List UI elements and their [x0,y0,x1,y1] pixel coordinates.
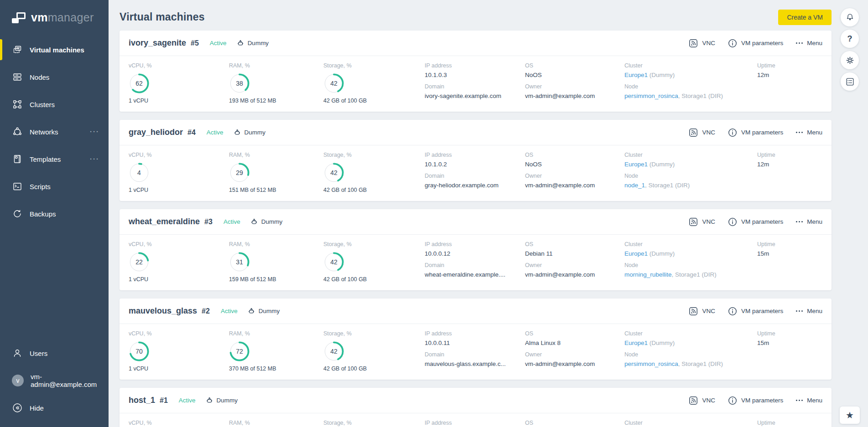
notifications-button[interactable] [841,8,859,26]
brand-text: vmmanager [31,11,94,24]
ip-domain-cell: IP address Domain [425,420,525,427]
storage-metric: Storage, % 42 42 GB of 100 GB [323,62,425,104]
networks-icon [12,126,23,137]
teapot-icon [250,218,258,226]
info-icon [728,307,737,316]
sidebar-item-networks[interactable]: Networks ··· [0,118,109,145]
teapot-icon [234,129,241,136]
sidebar: vmmanager Virtual machines Nodes Cluster… [0,0,109,427]
node-value: persimmon_rosinca, Storage1 (DIR) [624,360,757,367]
owner-value: vm-admin@example.com [525,182,624,189]
page-title: Virtual machines [120,11,205,23]
sidebar-item-templates[interactable]: Templates ··· [0,145,109,173]
sidebar-item-nodes[interactable]: Nodes [0,63,109,91]
more-options-icon[interactable]: ··· [90,157,99,161]
sidebar-item-users[interactable]: Users [0,340,109,367]
ellipsis-icon [796,132,803,133]
node-link[interactable]: node_1 [624,182,645,189]
sidebar-item-backups[interactable]: Backups [0,200,109,227]
vcpu-gauge: 4 [129,162,150,183]
cluster-link[interactable]: Europe1 [624,161,648,168]
cluster-node-cell: Cluster Europe1 (Dummy) Node persimmon_r… [624,62,757,104]
vm-name[interactable]: gray_heliodor [129,128,183,137]
vcpu-metric: vCPU, % 22 1 vCPU [129,241,229,283]
vnc-button[interactable]: VNC [689,396,715,405]
storage-gauge: 42 [323,73,344,94]
node-value: morning_rubellite, Storage1 (DIR) [624,271,757,278]
os-owner-cell: OS Debian 11 Owner vm-admin@example.com [525,241,624,283]
domain-value: mauvelous-glass.example.c... [425,360,525,367]
ram-gauge: 38 [229,73,250,94]
app-logo[interactable]: vmmanager [0,0,109,31]
os-owner-cell: OS NoOS Owner vm-admin@example.com [525,62,624,104]
sidebar-item-hide[interactable]: Hide [0,394,109,422]
help-button[interactable]: ? [841,30,859,48]
sidebar-item-account[interactable]: v vm-admin@example.com [0,367,109,394]
vm-id: #5 [191,39,199,47]
vnc-button[interactable]: VNC [689,217,715,226]
cluster-link[interactable]: Europe1 [624,72,648,78]
favorites-button[interactable]: ★ [840,406,860,424]
vm-parameters-button[interactable]: VM parameters [728,217,783,226]
question-icon: ? [847,34,852,44]
vmmanager-logo-icon [12,12,26,23]
vm-parameters-button[interactable]: VM parameters [728,307,783,316]
menu-button[interactable]: Menu [796,40,822,46]
vm-parameters-button[interactable]: VM parameters [728,39,783,48]
vm-name[interactable]: mauvelous_glass [129,306,197,316]
more-options-icon[interactable]: ··· [90,129,99,134]
sidebar-item-scripts[interactable]: Scripts [0,173,109,200]
vnc-button[interactable]: VNC [689,307,715,316]
create-vm-button[interactable]: Create a VM [778,10,832,25]
vm-status-badge: Active [210,40,227,46]
uptime-value: 15m [757,250,822,257]
menu-button[interactable]: Menu [796,218,822,225]
uptime-cell: Uptime [757,420,822,427]
sidebar-item-virtual-machines[interactable]: Virtual machines [0,36,109,63]
storage-gauge: 42 [323,162,344,183]
vnc-button[interactable]: VNC [689,128,715,137]
node-link[interactable]: persimmon_rosinca [624,93,678,99]
vcpu-gauge: 22 [129,252,150,273]
storage-metric: Storage, % 42 42 GB of 100 GB [323,330,425,372]
cluster-link[interactable]: Europe1 [624,250,648,257]
menu-button[interactable]: Menu [796,129,822,136]
user-avatar: v [12,375,24,386]
vm-name[interactable]: wheat_emeraldine [129,217,200,226]
ram-metric: RAM, % 72 370 MB of 512 MB [229,330,323,372]
vm-card: ivory_sagenite #5 Active Dummy VNC VM pa… [120,31,832,112]
vm-list: ivory_sagenite #5 Active Dummy VNC VM pa… [120,31,832,427]
vm-id: #4 [187,129,196,137]
vm-name[interactable]: ivory_sagenite [129,38,186,48]
vm-name[interactable]: host_1 [129,396,155,405]
sidebar-nav: Virtual machines Nodes Clusters Networks… [0,31,109,227]
owner-value: vm-admin@example.com [525,360,624,367]
node-link[interactable]: morning_rubellite [624,271,672,278]
node-value: node_1, Storage1 (DIR) [624,182,757,189]
sidebar-item-clusters[interactable]: Clusters [0,91,109,118]
vnc-button[interactable]: VNC [689,39,715,48]
node-link[interactable]: persimmon_rosinca [624,360,678,367]
menu-button[interactable]: Menu [796,397,822,404]
vm-card: wheat_emeraldine #3 Active Dummy VNC VM … [120,209,832,290]
gear-icon [845,56,855,65]
uptime-cell: Uptime 15m [757,330,822,372]
vm-parameters-button[interactable]: VM parameters [728,128,783,137]
cluster-link[interactable]: Europe1 [624,340,648,346]
os-value: NoOS [525,161,624,168]
ram-metric: RAM, % 31 159 MB of 512 MB [229,241,323,283]
vm-status-badge: Active [221,308,238,314]
menu-button[interactable]: Menu [796,308,822,314]
ip-value: 10.0.0.11 [425,340,525,346]
settings-button[interactable] [841,51,859,69]
ip-domain-cell: IP address 10.1.0.2 Domain gray-heliodor… [425,152,525,194]
vnc-icon [689,128,698,137]
ip-value: 10.0.0.12 [425,250,525,257]
storage-metric: Storage, % 42 42 GB of 100 GB [323,241,425,283]
info-icon [728,128,737,137]
vnc-icon [689,396,698,405]
tasks-button[interactable] [841,72,859,91]
ellipsis-icon [796,221,803,222]
vm-parameters-button[interactable]: VM parameters [728,396,783,405]
node-value: persimmon_rosinca, Storage1 (DIR) [624,93,757,99]
